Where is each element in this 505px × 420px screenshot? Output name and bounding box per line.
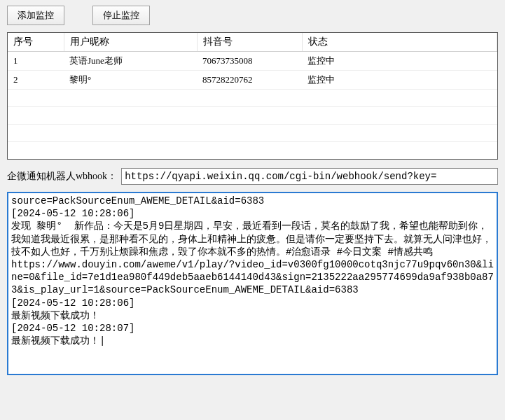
table-row[interactable]: 1英语June老师70673735008监控中 bbox=[8, 52, 497, 71]
webhook-row: 企微通知机器人wbhook： bbox=[7, 168, 498, 185]
col-header-seq[interactable]: 序号 bbox=[8, 33, 64, 52]
monitor-table-container: 序号 用户昵称 抖音号 状态 1英语June老师70673735008监控中2黎… bbox=[7, 32, 498, 160]
cell-nickname: 英语June老师 bbox=[64, 52, 197, 71]
table-row-empty bbox=[8, 142, 497, 160]
add-monitor-button[interactable]: 添加监控 bbox=[7, 6, 64, 25]
table-row[interactable]: 2黎明°85728220762监控中 bbox=[8, 71, 497, 90]
table-row-empty bbox=[8, 90, 497, 107]
webhook-input[interactable] bbox=[121, 168, 498, 185]
cell-douyin_id: 85728220762 bbox=[197, 71, 302, 90]
cell-nickname: 黎明° bbox=[64, 71, 197, 90]
cell-status: 监控中 bbox=[302, 52, 497, 71]
col-header-nickname[interactable]: 用户昵称 bbox=[64, 33, 197, 52]
table-row-empty bbox=[8, 107, 497, 125]
cell-status: 监控中 bbox=[302, 71, 497, 90]
col-header-douyin-id[interactable]: 抖音号 bbox=[197, 33, 302, 52]
col-header-status[interactable]: 状态 bbox=[302, 33, 497, 52]
table-row-empty bbox=[8, 125, 497, 142]
cell-seq: 1 bbox=[8, 52, 64, 71]
cell-seq: 2 bbox=[8, 71, 64, 90]
log-textarea[interactable] bbox=[7, 192, 498, 375]
toolbar: 添加监控 停止监控 bbox=[7, 6, 498, 25]
log-area-container bbox=[7, 192, 498, 378]
cell-douyin_id: 70673735008 bbox=[197, 52, 302, 71]
webhook-label: 企微通知机器人wbhook： bbox=[7, 170, 117, 183]
monitor-table: 序号 用户昵称 抖音号 状态 1英语June老师70673735008监控中2黎… bbox=[8, 33, 497, 160]
stop-monitor-button[interactable]: 停止监控 bbox=[92, 6, 150, 25]
